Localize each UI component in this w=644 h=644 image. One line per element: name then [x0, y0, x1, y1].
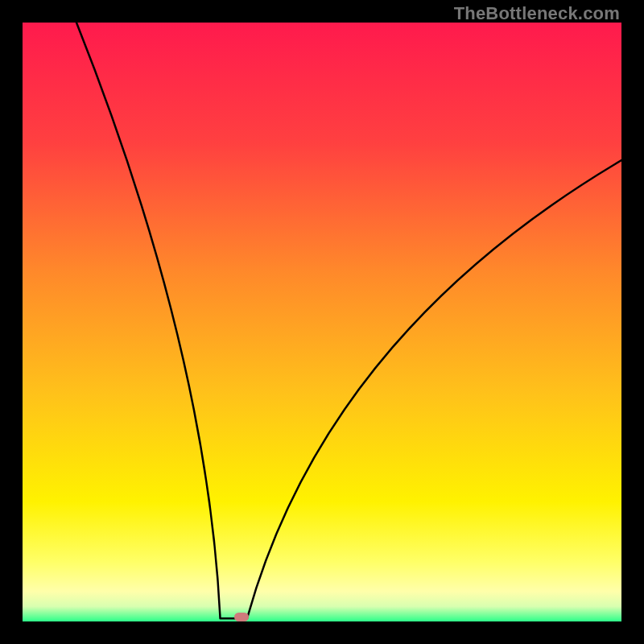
plot-area [23, 23, 621, 621]
watermark-text: TheBottleneck.com [454, 3, 620, 24]
chart-frame: TheBottleneck.com [0, 0, 644, 644]
bottleneck-curve [23, 23, 621, 621]
minimum-marker [234, 613, 249, 621]
